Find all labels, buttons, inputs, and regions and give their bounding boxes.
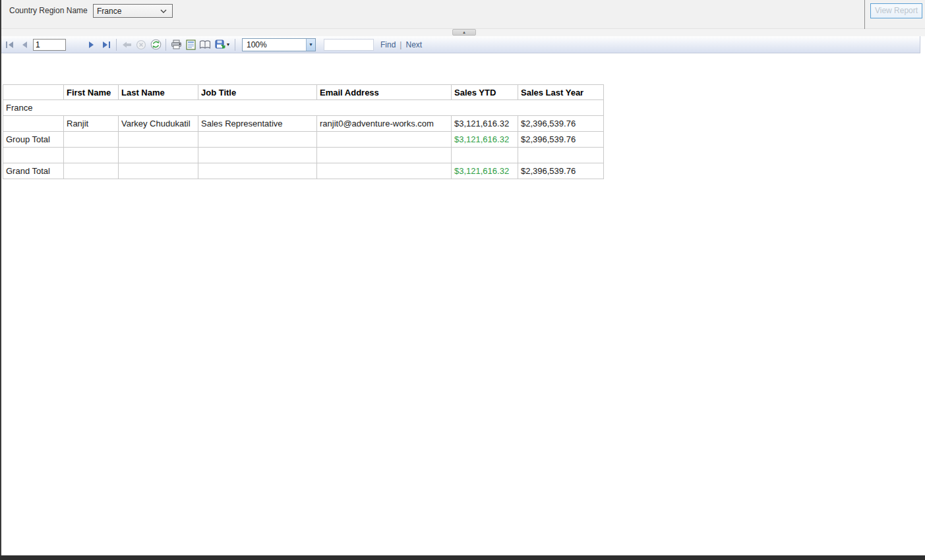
- stop-button[interactable]: [134, 38, 148, 52]
- empty-cell: [317, 132, 452, 148]
- grand-total-label: Grand Total: [3, 163, 64, 179]
- zoom-dropdown[interactable]: 100% ▾: [242, 38, 316, 51]
- group-total-row: Group Total $3,121,616.32 $2,396,539.76: [3, 132, 604, 148]
- print-layout-icon: [186, 40, 196, 50]
- back-arrow-icon: [122, 41, 132, 49]
- detail-sales-last-year: $2,396,539.76: [518, 116, 604, 132]
- group-total-sales-last-year: $2,396,539.76: [518, 132, 604, 148]
- stop-icon: [136, 40, 146, 50]
- group-total-sales-ytd: $3,121,616.32: [452, 132, 518, 148]
- toolbar-separator: [165, 39, 166, 51]
- detail-job-title: Sales Representative: [198, 116, 317, 132]
- group-header-row: France: [3, 100, 604, 116]
- detail-email: ranjit0@adventure-works.com: [317, 116, 452, 132]
- parameter-bar: Country Region Name France View Report: [1, 0, 925, 29]
- next-page-button[interactable]: [84, 38, 99, 52]
- page-number-input[interactable]: [33, 39, 66, 51]
- refresh-button[interactable]: [148, 38, 163, 52]
- empty-cell: [119, 132, 198, 148]
- page-setup-button[interactable]: [198, 38, 212, 52]
- print-layout-button[interactable]: [183, 38, 198, 52]
- spacer-row: [3, 148, 604, 163]
- collapse-up-arrow-icon: ▲: [462, 30, 466, 34]
- export-save-icon: [215, 40, 225, 49]
- collapse-parameters-button[interactable]: ▲: [452, 29, 476, 36]
- empty-cell: [3, 148, 64, 163]
- empty-cell: [119, 163, 198, 179]
- empty-cell: [119, 148, 198, 163]
- empty-cell: [518, 148, 604, 163]
- page-setup-icon: [199, 40, 211, 49]
- empty-cell: [198, 132, 317, 148]
- employee-sales-table: First Name Last Name Job Title Email Add…: [3, 84, 604, 179]
- export-dropdown-caret-icon: ▾: [227, 42, 229, 47]
- empty-cell: [198, 148, 317, 163]
- empty-cell: [452, 148, 518, 163]
- header-sales-last-year: Sales Last Year: [518, 85, 604, 100]
- detail-sales-ytd: $3,121,616.32: [452, 116, 518, 132]
- refresh-icon: [150, 39, 162, 50]
- table-header-row: First Name Last Name Job Title Email Add…: [3, 85, 604, 100]
- first-page-icon: [5, 41, 15, 49]
- empty-cell: [317, 148, 452, 163]
- header-group-cell: [3, 85, 64, 100]
- detail-group-cell: [3, 116, 64, 132]
- report-viewer-window: Country Region Name France View Report ▲: [0, 0, 925, 560]
- last-page-icon: [102, 41, 111, 49]
- header-email-address: Email Address: [317, 85, 452, 100]
- find-next-separator: |: [400, 40, 402, 49]
- header-job-title: Job Title: [198, 85, 317, 100]
- printer-icon: [171, 40, 182, 49]
- empty-cell: [64, 132, 119, 148]
- grand-total-row: Grand Total $3,121,616.32 $2,396,539.76: [3, 163, 604, 179]
- empty-cell: [317, 163, 452, 179]
- parameter-bar-divider: [864, 0, 865, 29]
- page-count-label: [67, 39, 84, 51]
- grand-total-sales-ytd: $3,121,616.32: [452, 163, 518, 179]
- empty-cell: [198, 163, 317, 179]
- group-total-label: Group Total: [3, 132, 64, 148]
- toolbar-separator: [235, 39, 235, 51]
- parameter-label: Country Region Name: [9, 6, 88, 15]
- next-page-icon: [88, 41, 96, 49]
- chevron-down-icon: ▾: [309, 42, 312, 47]
- window-bottom-edge: [0, 555, 925, 560]
- previous-page-icon: [20, 41, 28, 49]
- country-region-dropdown[interactable]: France: [93, 4, 173, 18]
- zoom-dropdown-button[interactable]: ▾: [306, 39, 315, 51]
- back-button[interactable]: [119, 38, 134, 52]
- search-input[interactable]: [324, 39, 374, 51]
- detail-last-name: Varkey Chudukatil: [119, 116, 198, 132]
- previous-page-button[interactable]: [17, 38, 32, 52]
- header-first-name: First Name: [64, 85, 119, 100]
- header-last-name: Last Name: [119, 85, 198, 100]
- print-button[interactable]: [169, 38, 183, 52]
- view-report-button[interactable]: View Report: [870, 3, 922, 18]
- find-link[interactable]: Find: [380, 40, 396, 49]
- last-page-button[interactable]: [99, 38, 113, 52]
- next-link[interactable]: Next: [405, 40, 422, 49]
- zoom-dropdown-value: 100%: [243, 40, 306, 49]
- grand-total-sales-last-year: $2,396,539.76: [518, 163, 604, 179]
- first-page-button[interactable]: [3, 38, 17, 52]
- header-sales-ytd: Sales YTD: [452, 85, 518, 100]
- group-header-label: France: [3, 100, 604, 116]
- chevron-down-icon: [160, 9, 172, 13]
- empty-cell: [64, 148, 119, 163]
- detail-first-name: Ranjit: [64, 116, 119, 132]
- country-region-dropdown-value: France: [94, 7, 160, 16]
- report-toolbar: ▾ 100% ▾ Find | Next: [1, 36, 920, 53]
- parameter-splitter: ▲: [1, 29, 925, 36]
- export-button[interactable]: ▾: [212, 38, 232, 52]
- report-body: First Name Last Name Job Title Email Add…: [1, 54, 925, 555]
- table-row: Ranjit Varkey Chudukatil Sales Represent…: [3, 116, 604, 132]
- empty-cell: [64, 163, 119, 179]
- toolbar-separator: [116, 39, 117, 51]
